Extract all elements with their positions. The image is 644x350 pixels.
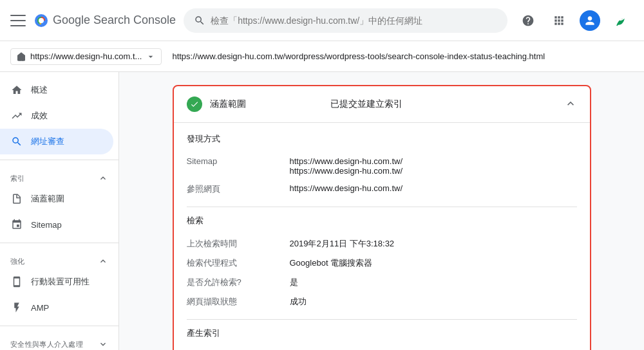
allow-index-row: 是否允許編入索引? 是	[187, 347, 577, 350]
referral-row: 參照網頁 https://www.design-hu.com.tw/	[187, 180, 577, 199]
sidebar-item-coverage[interactable]: 涵蓋範圍	[0, 186, 113, 212]
section-index-chevron[interactable]	[98, 173, 108, 183]
divider-2	[0, 243, 118, 243]
apps-icon	[553, 14, 565, 27]
section-enhance-title: 強化	[10, 257, 25, 266]
crawler-row: 檢索代理程式 Googlebot 電腦搜索器	[187, 253, 577, 273]
app-logo: Google Search Console	[33, 13, 176, 28]
topbar: Google Search Console	[0, 0, 644, 41]
section-security-title: 安全性與專人介入處理	[10, 340, 83, 349]
help-icon	[522, 14, 535, 27]
divider-3	[0, 326, 118, 326]
last-crawl-value: 2019年2月11日 下午3:18:32	[290, 238, 577, 250]
sidebar-label-mobile: 行動裝置可用性	[31, 276, 90, 288]
sidebar-label-url-inspection: 網址審查	[31, 136, 64, 147]
crawler-value: Googlebot 電腦搜索器	[290, 257, 577, 269]
main-content: 涵蓋範圍 已提交並建立索引 發現方式 Sitemap https://www.d…	[119, 72, 644, 350]
sidebar-item-performance[interactable]: 成效	[0, 103, 113, 129]
section-enhance-chevron[interactable]	[98, 256, 108, 266]
main-layout: 概述 成效 網址審查 索引 涵蓋範圍	[0, 72, 644, 350]
divider-index	[187, 319, 577, 320]
card-collapse-button[interactable]	[564, 97, 577, 112]
crawler-label: 檢索代理程式	[187, 257, 290, 269]
property-url: https://www.design-hu.com.t...	[30, 51, 142, 61]
referral-value: https://www.design-hu.com.tw/	[290, 183, 577, 195]
svg-point-1	[39, 18, 44, 23]
sidebar-label-amp: AMP	[31, 303, 49, 313]
sidebar-item-mobile[interactable]: 行動裝置可用性	[0, 269, 113, 295]
section-security-header: 安全性與專人介入處理	[0, 331, 118, 350]
sitemap-value: https://www.design-hu.com.tw/ https://ww…	[290, 156, 577, 176]
fetch-status-value: 成功	[290, 296, 577, 308]
home-icon	[10, 84, 23, 97]
section-enhance-header: 強化	[0, 248, 118, 269]
google-logo-icon	[33, 13, 49, 28]
search-sidebar-icon	[10, 135, 23, 148]
section-index-header: 索引	[0, 165, 118, 186]
allow-crawl-value: 是	[290, 277, 577, 288]
sidebar-item-sitemap[interactable]: Sitemap	[0, 212, 113, 237]
sidebar-item-overview[interactable]: 概述	[0, 77, 113, 103]
leaf-icon	[614, 14, 627, 27]
topbar-right	[515, 8, 634, 33]
apps-button[interactable]	[546, 8, 572, 33]
property-icon	[16, 51, 26, 62]
divider-1	[0, 160, 118, 160]
section-index-title: 索引	[10, 174, 25, 183]
card-section-title: 涵蓋範圍	[210, 98, 323, 110]
fetch-status-row: 網頁擷取狀態 成功	[187, 292, 577, 311]
document-icon	[10, 192, 23, 205]
sidebar-label-performance: 成效	[31, 110, 48, 122]
avatar	[580, 10, 600, 31]
discovery-section-title: 發現方式	[187, 133, 577, 145]
property-selector[interactable]: https://www.design-hu.com.t...	[10, 48, 162, 65]
search-bar[interactable]	[184, 8, 507, 33]
full-url-display: https://www.design-hu.com.tw/wordpress/w…	[172, 51, 545, 61]
last-crawl-label: 上次檢索時間	[187, 238, 290, 250]
sidebar-item-url-inspection[interactable]: 網址審查	[0, 129, 113, 154]
sitemap-row: Sitemap https://www.design-hu.com.tw/ ht…	[187, 152, 577, 180]
section-security-chevron[interactable]	[98, 339, 108, 349]
account-button[interactable]	[577, 8, 603, 33]
sidebar-label-overview: 概述	[31, 84, 48, 96]
last-crawl-row: 上次檢索時間 2019年2月11日 下午3:18:32	[187, 234, 577, 253]
search-input[interactable]	[211, 15, 497, 26]
sidebar-item-amp[interactable]: AMP	[0, 295, 113, 320]
mobile-icon	[10, 275, 23, 288]
app-title: Google Search Console	[53, 14, 176, 27]
crawl-section-title: 檢索	[187, 215, 577, 226]
card-header: 涵蓋範圍 已提交並建立索引	[174, 86, 590, 123]
sitemap-icon	[10, 218, 23, 231]
help-button[interactable]	[515, 8, 541, 33]
status-check-icon	[187, 97, 202, 112]
fetch-status-label: 網頁擷取狀態	[187, 296, 290, 308]
trending-up-icon	[10, 109, 23, 122]
sidebar-label-coverage: 涵蓋範圍	[31, 193, 64, 205]
card-body: 發現方式 Sitemap https://www.design-hu.com.t…	[174, 123, 590, 350]
search-icon	[194, 15, 205, 26]
divider-crawl	[187, 207, 577, 207]
urlbar: https://www.design-hu.com.t... https://w…	[0, 41, 644, 72]
index-section-title: 產生索引	[187, 327, 577, 339]
bolt-icon	[10, 301, 23, 314]
menu-icon[interactable]	[10, 13, 26, 28]
sitemap-label: Sitemap	[187, 156, 290, 176]
sidebar-label-sitemap: Sitemap	[31, 220, 62, 230]
allow-crawl-label: 是否允許檢索?	[187, 277, 290, 288]
leaf-button[interactable]	[608, 8, 634, 33]
coverage-card: 涵蓋範圍 已提交並建立索引 發現方式 Sitemap https://www.d…	[173, 85, 591, 350]
sidebar: 概述 成效 網址審查 索引 涵蓋範圍	[0, 72, 119, 350]
referral-label: 參照網頁	[187, 183, 290, 195]
allow-crawl-row: 是否允許檢索? 是	[187, 273, 577, 292]
dropdown-icon	[146, 51, 156, 62]
card-status-label: 已提交並建立索引	[330, 98, 556, 110]
